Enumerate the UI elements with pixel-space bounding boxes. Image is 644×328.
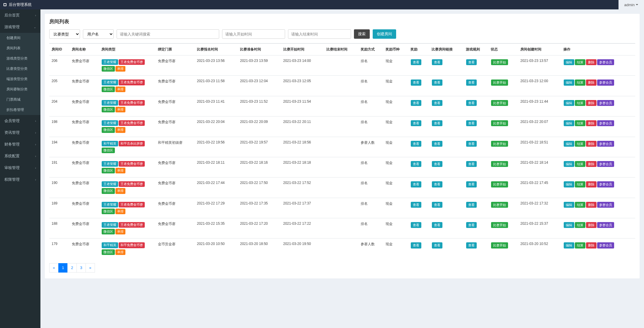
view-rules-button[interactable]: 查看 [466, 141, 477, 147]
nav-sub-item[interactable]: 门票商城 [0, 94, 40, 105]
edit-button[interactable]: 编辑 [564, 242, 574, 248]
view-rules-button[interactable]: 查看 [466, 120, 477, 126]
view-rules-button[interactable]: 查看 [466, 161, 477, 167]
view-reward-button[interactable]: 查看 [411, 120, 421, 126]
nav-sub-item[interactable]: 游戏类型分类 [0, 53, 40, 64]
delete-button[interactable]: 删除 [586, 141, 597, 147]
delete-button[interactable]: 删除 [586, 202, 597, 208]
edit-button[interactable]: 编辑 [564, 80, 574, 85]
view-rules-button[interactable]: 查看 [466, 59, 477, 65]
view-reward-button[interactable]: 查看 [411, 222, 421, 228]
settle-button[interactable]: 结算 [575, 80, 585, 85]
keyword-input[interactable] [117, 29, 219, 39]
end-time-input[interactable] [288, 29, 351, 39]
nav-sub-item[interactable]: 折扣卷管理 [0, 105, 40, 115]
nav-item[interactable]: 游戏管理⌄ [0, 21, 40, 33]
delete-button[interactable]: 删除 [586, 242, 597, 248]
delete-button[interactable]: 删除 [586, 222, 597, 228]
view-reward-button[interactable]: 查看 [411, 80, 421, 85]
view-link-button[interactable]: 查看 [432, 242, 442, 248]
view-rules-button[interactable]: 查看 [466, 202, 477, 208]
edit-button[interactable]: 编辑 [564, 202, 574, 208]
settle-button[interactable]: 结算 [575, 141, 585, 147]
edit-button[interactable]: 编辑 [564, 59, 574, 65]
nav-item[interactable]: 后台首页› [0, 9, 40, 21]
settle-button[interactable]: 结算 [575, 161, 585, 167]
settle-button[interactable]: 结算 [575, 242, 585, 248]
view-link-button[interactable]: 查看 [432, 80, 442, 85]
member-button[interactable]: 参赛会员 [597, 141, 614, 147]
edit-button[interactable]: 编辑 [564, 120, 574, 126]
view-link-button[interactable]: 查看 [432, 59, 442, 65]
edit-button[interactable]: 编辑 [564, 100, 574, 106]
page-link[interactable]: » [86, 263, 95, 273]
view-link-button[interactable]: 查看 [432, 141, 442, 147]
nav-item[interactable]: 资讯管理› [0, 127, 40, 138]
view-reward-button[interactable]: 查看 [411, 242, 421, 248]
view-reward-button[interactable]: 查看 [411, 141, 421, 147]
nav-sub-item[interactable]: 创建房间 [0, 33, 40, 43]
view-link-button[interactable]: 查看 [432, 202, 442, 208]
page-link[interactable]: 3 [76, 263, 86, 273]
member-button[interactable]: 参赛会员 [597, 222, 614, 228]
member-button[interactable]: 参赛会员 [597, 202, 614, 208]
edit-button[interactable]: 编辑 [564, 141, 574, 147]
view-link-button[interactable]: 查看 [432, 100, 442, 106]
view-reward-button[interactable]: 查看 [411, 202, 421, 208]
delete-button[interactable]: 删除 [586, 120, 597, 126]
brand-icon [4, 3, 6, 6]
nav-item[interactable]: 财务管理› [0, 138, 40, 150]
member-button[interactable]: 参赛会员 [597, 161, 614, 167]
view-rules-button[interactable]: 查看 [466, 80, 477, 85]
edit-button[interactable]: 编辑 [564, 181, 574, 187]
settle-button[interactable]: 结算 [575, 222, 585, 228]
settle-button[interactable]: 结算 [575, 120, 585, 126]
delete-button[interactable]: 删除 [586, 59, 597, 65]
view-reward-button[interactable]: 查看 [411, 161, 421, 167]
settle-button[interactable]: 结算 [575, 100, 585, 106]
edit-button[interactable]: 编辑 [564, 222, 574, 228]
delete-button[interactable]: 删除 [586, 80, 597, 85]
filter-username[interactable]: 用户名 [83, 29, 114, 39]
create-room-button[interactable]: 创建房间 [373, 29, 396, 39]
nav-item[interactable]: 权限管理› [0, 174, 40, 185]
view-link-button[interactable]: 查看 [432, 222, 442, 228]
nav-item[interactable]: 审核管理› [0, 162, 40, 174]
nav-sub-item[interactable]: 房间列表 [0, 43, 40, 53]
view-link-button[interactable]: 查看 [432, 161, 442, 167]
view-reward-button[interactable]: 查看 [411, 59, 421, 65]
view-rules-button[interactable]: 查看 [466, 222, 477, 228]
user-menu[interactable]: admin [624, 3, 638, 7]
nav-sub-item[interactable]: 比赛类型分类 [0, 64, 40, 74]
view-rules-button[interactable]: 查看 [466, 100, 477, 106]
delete-button[interactable]: 删除 [586, 100, 597, 106]
settle-button[interactable]: 结算 [575, 59, 585, 65]
view-link-button[interactable]: 查看 [432, 181, 442, 187]
member-button[interactable]: 参赛会员 [597, 181, 614, 187]
search-button[interactable]: 搜索 [354, 29, 370, 39]
nav-item[interactable]: 系统配置› [0, 150, 40, 162]
nav-sub-item[interactable]: 端游类型分类 [0, 74, 40, 84]
member-button[interactable]: 参赛会员 [597, 100, 614, 106]
settle-button[interactable]: 结算 [575, 202, 585, 208]
view-rules-button[interactable]: 查看 [466, 181, 477, 187]
delete-button[interactable]: 删除 [586, 161, 597, 167]
view-link-button[interactable]: 查看 [432, 120, 442, 126]
view-reward-button[interactable]: 查看 [411, 181, 421, 187]
view-rules-button[interactable]: 查看 [466, 242, 477, 248]
page-link[interactable]: 1 [58, 263, 68, 273]
delete-button[interactable]: 删除 [586, 181, 597, 187]
nav-item[interactable]: 会员管理› [0, 115, 40, 127]
member-button[interactable]: 参赛会员 [597, 120, 614, 126]
nav-sub-item[interactable]: 房间赛制分类 [0, 84, 40, 94]
edit-button[interactable]: 编辑 [564, 161, 574, 167]
page-link[interactable]: « [49, 263, 59, 273]
member-button[interactable]: 参赛会员 [597, 59, 614, 65]
settle-button[interactable]: 结算 [575, 181, 585, 187]
start-time-input[interactable] [222, 29, 285, 39]
view-reward-button[interactable]: 查看 [411, 100, 421, 106]
member-button[interactable]: 参赛会员 [597, 80, 614, 85]
member-button[interactable]: 参赛会员 [597, 242, 614, 248]
page-link[interactable]: 2 [67, 263, 77, 273]
filter-match-type[interactable]: 比赛类型 [49, 29, 80, 39]
